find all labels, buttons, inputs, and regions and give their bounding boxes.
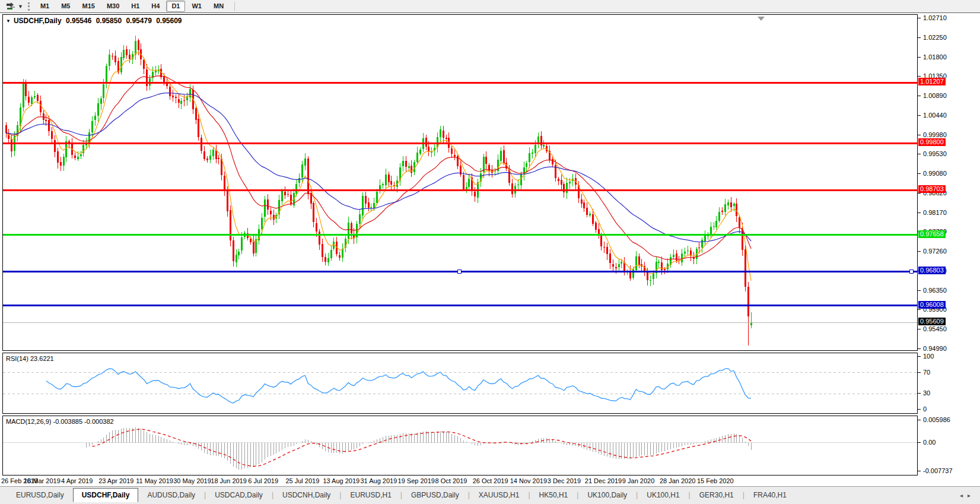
chart-tab-HK50-H1[interactable]: HK50,H1 <box>530 489 577 502</box>
price-tick-label: 0.99530 <box>923 150 947 157</box>
macd-indicator-pane[interactable]: MACD(12,26,9) -0.003885 -0.000382 <box>2 416 918 476</box>
rsi-tick-label: 70 <box>923 369 930 376</box>
timeframe-button-M1[interactable]: M1 <box>35 1 55 12</box>
timeframe-button-M30[interactable]: M30 <box>101 1 125 12</box>
rsi-canvas[interactable] <box>3 353 917 413</box>
macd-tick-mark <box>918 420 921 420</box>
hline-price-tag: 0.96803 <box>918 267 946 274</box>
timeframe-button-H1[interactable]: H1 <box>126 1 145 12</box>
date-tick-label: 4 Apr 2019 <box>61 477 93 484</box>
price-tick-label: 1.00890 <box>923 92 947 99</box>
timeframe-button-W1[interactable]: W1 <box>186 1 207 12</box>
chart-tab-UK100-H1[interactable]: UK100,H1 <box>638 489 688 502</box>
price-tick-mark <box>918 173 921 174</box>
timeframe-button-M15[interactable]: M15 <box>77 1 100 12</box>
price-tick-mark <box>918 154 921 154</box>
price-chart-pane[interactable]: ▼USDCHF,Daily 0.95546 0.95850 0.95479 0.… <box>2 14 918 351</box>
rsi-tick-label: 30 <box>923 389 930 397</box>
chart-tab-GBPUSD-Daily[interactable]: GBPUSD,Daily <box>402 489 468 502</box>
price-tick-mark <box>918 290 921 291</box>
date-tick-label: 6 Jul 2019 <box>248 477 278 484</box>
date-tick-label: 16 Mar 2019 <box>24 477 61 484</box>
price-tick-label: 0.94990 <box>923 345 947 352</box>
timeframes-dropdown-caret-icon[interactable]: ▼ <box>18 4 23 9</box>
price-chart-canvas[interactable] <box>3 15 917 350</box>
macd-canvas[interactable] <box>3 416 917 475</box>
chart-shift-marker-icon <box>758 17 765 21</box>
chart-tab-UK100-Daily[interactable]: UK100,Daily <box>578 489 636 502</box>
ohlc-close: 0.95609 <box>156 17 182 25</box>
rsi-name: RSI(14) <box>6 355 28 362</box>
price-tick-mark <box>918 76 921 77</box>
price-axis-column[interactable]: 1.027101.022501.018001.013501.008901.004… <box>918 0 980 504</box>
rsi-label: RSI(14) 23.6221 <box>6 355 54 362</box>
toolbar-grip-handle[interactable] <box>28 2 30 11</box>
chart-tab-EURUSD-H1[interactable]: EURUSD,H1 <box>341 489 400 502</box>
chart-tab-GER30-H1[interactable]: GER30,H1 <box>691 489 743 502</box>
chart-tab-AUDUSD-Daily[interactable]: AUDUSD,Daily <box>138 489 204 502</box>
rsi-tick-mark <box>918 356 921 357</box>
price-tick-label: 0.97260 <box>923 248 947 255</box>
date-tick-label: 23 Apr 2019 <box>98 477 133 484</box>
date-tick-label: 18 Jun 2019 <box>211 477 247 484</box>
chart-symbol: USDCHF,Daily <box>14 17 62 25</box>
ohlc-high: 0.95850 <box>96 17 122 25</box>
chart-tab-USDCNH-Daily[interactable]: USDCNH,Daily <box>273 489 339 502</box>
timeframe-button-D1[interactable]: D1 <box>166 1 185 12</box>
rsi-tick-label: 100 <box>923 353 934 360</box>
timeframe-button-M5[interactable]: M5 <box>56 1 75 12</box>
date-tick-label: 15 Feb 2020 <box>697 477 734 484</box>
macd-label: MACD(12,26,9) -0.003885 -0.000382 <box>6 418 114 425</box>
price-tick-mark <box>918 329 921 329</box>
chart-tab-XAUUSD-H1[interactable]: XAUUSD,H1 <box>470 489 529 502</box>
price-tick-label: 1.01800 <box>923 53 947 61</box>
chart-collapse-icon[interactable]: ▼ <box>6 18 11 24</box>
date-tick-label: 28 Jan 2020 <box>660 477 696 484</box>
chart-tab-USDCAD-Daily[interactable]: USDCAD,Daily <box>206 489 272 502</box>
rsi-indicator-pane[interactable]: RSI(14) 23.6221 <box>2 353 918 414</box>
current-price-tag: 0.95609 <box>918 318 946 325</box>
macd-tick-label: -0.007737 <box>923 467 953 474</box>
horizontal-lines[interactable] <box>3 82 917 306</box>
rsi-tick-mark <box>918 393 921 394</box>
price-tick-label: 1.00440 <box>923 112 947 119</box>
chart-tab-EURUSD-Daily[interactable]: EURUSD,Daily <box>7 489 73 502</box>
price-tick-mark <box>918 37 921 38</box>
price-tick-label: 0.96350 <box>923 287 947 294</box>
date-tick-label: 9 Jan 2020 <box>622 477 654 484</box>
timeframe-button-MN[interactable]: MN <box>208 1 229 12</box>
macd-tick-label: 0.00 <box>923 439 936 446</box>
timeframes-tool-icon[interactable] <box>4 1 18 12</box>
macd-name: MACD(12,26,9) <box>6 418 51 425</box>
macd-tick-label: 0.005986 <box>923 416 950 423</box>
price-tick-mark <box>918 251 921 252</box>
rsi-value: 23.6221 <box>30 355 54 362</box>
date-tick-label: 26 Oct 2019 <box>473 477 508 484</box>
hline-price-tag: 1.01207 <box>918 78 946 85</box>
price-tick-label: 0.99080 <box>923 170 947 177</box>
chart-title: ▼USDCHF,Daily 0.95546 0.95850 0.95479 0.… <box>6 17 184 25</box>
ma-medium <box>6 76 751 260</box>
macd-main-value: -0.003885 <box>53 418 82 425</box>
price-tick-label: 1.02250 <box>923 34 947 41</box>
rsi-tick-mark <box>918 409 921 410</box>
timeframe-button-H4[interactable]: H4 <box>146 1 165 12</box>
date-tick-label: 8 Oct 2019 <box>435 477 467 484</box>
price-tick-mark <box>918 193 921 194</box>
hline-price-tag: 0.97658 <box>918 230 946 238</box>
rsi-tick-mark <box>918 372 921 373</box>
chart-tab-USDCHF-Daily[interactable]: USDCHF,Daily <box>73 488 139 502</box>
macd-signal-value: -0.000382 <box>84 418 114 425</box>
date-axis[interactable]: 26 Feb 201916 Mar 20194 Apr 201923 Apr 2… <box>0 476 980 486</box>
chart-tab-FRA40-H1[interactable]: FRA40,H1 <box>744 489 796 502</box>
rsi-line <box>46 369 751 403</box>
date-tick-label: 13 Aug 2019 <box>323 477 359 484</box>
ma-fast <box>6 52 751 281</box>
hline-price-tag: 0.96008 <box>918 301 946 309</box>
ma-slow <box>6 93 751 242</box>
date-tick-label: 25 Jul 2019 <box>285 477 319 484</box>
date-tick-label: 14 Nov 2019 <box>510 477 547 484</box>
price-tick-label: 1.02710 <box>923 14 947 21</box>
date-tick-label: 11 May 2019 <box>136 477 173 484</box>
price-tick-label: 0.99980 <box>923 131 947 138</box>
